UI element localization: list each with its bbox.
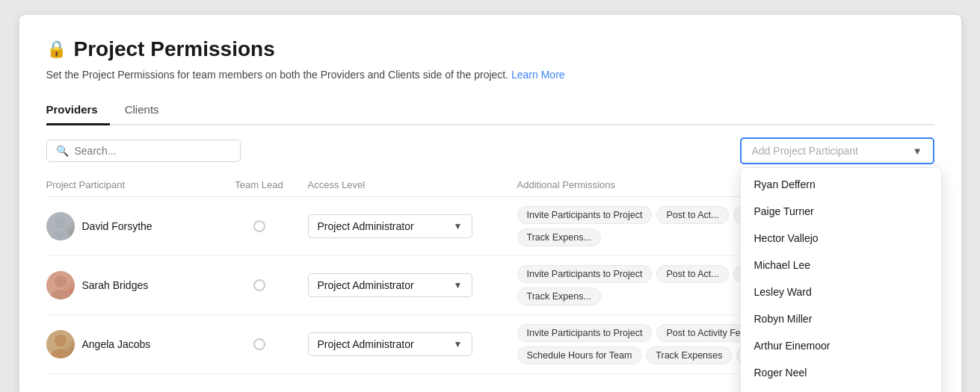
team-lead-radio-sarah[interactable] — [253, 279, 265, 291]
page-title-row: 🔒 Project Permissions — [46, 37, 934, 61]
tab-providers[interactable]: Providers — [46, 97, 110, 125]
permission-tag: Post to Act... — [656, 265, 728, 283]
col-access-level: Access Level — [308, 179, 517, 190]
chevron-down-icon: ▼ — [454, 339, 463, 349]
svg-point-0 — [55, 217, 67, 228]
dropdown-item-8[interactable]: Julia Sandoval — [741, 386, 941, 392]
svg-point-2 — [55, 276, 67, 287]
access-cell-david: Project Administrator ▼ — [308, 214, 517, 238]
access-select-angela[interactable]: Project Administrator ▼ — [308, 332, 472, 356]
access-cell-sarah: Project Administrator ▼ — [308, 273, 517, 297]
page-title: Project Permissions — [74, 37, 275, 61]
dropdown-item-6[interactable]: Arthur Einemoor — [741, 332, 941, 359]
access-select-sarah[interactable]: Project Administrator ▼ — [308, 273, 472, 297]
participant-dropdown-wrap: Add Project Participant ▼ Ryan Deffern P… — [740, 137, 934, 164]
chevron-down-icon: ▼ — [913, 146, 922, 157]
lock-icon: 🔒 — [46, 40, 67, 59]
tabs-row: Providers Clients — [46, 96, 934, 125]
access-value-sarah: Project Administrator — [318, 279, 414, 291]
avatar-sarah — [46, 271, 75, 299]
access-value-angela: Project Administrator — [318, 338, 414, 350]
permission-tag: Post to Act... — [656, 206, 728, 224]
avatar-angela — [46, 330, 75, 358]
permission-tag: Invite Participants to Project — [517, 206, 653, 224]
participant-dropdown-menu: Ryan Deffern Paige Turner Hector Vallejo… — [740, 167, 942, 392]
dropdown-item-4[interactable]: Lesley Ward — [741, 279, 941, 305]
permission-tag: Track Expenses — [646, 346, 732, 364]
svg-point-3 — [51, 290, 70, 299]
avatar-david — [46, 212, 75, 240]
access-cell-angela: Project Administrator ▼ — [308, 332, 517, 356]
search-input[interactable] — [75, 145, 231, 157]
access-select-david[interactable]: Project Administrator ▼ — [308, 214, 472, 238]
dropdown-item-3[interactable]: Michael Lee — [741, 252, 941, 279]
subtitle: Set the Project Permissions for team mem… — [46, 69, 934, 81]
participant-name-david: David Forsythe — [82, 220, 152, 232]
chevron-down-icon: ▼ — [454, 221, 463, 231]
dropdown-item-7[interactable]: Roger Neel — [741, 359, 941, 386]
permission-tag: Invite Participants to Project — [517, 324, 653, 342]
add-participant-label: Add Project Participant — [752, 145, 858, 157]
dropdown-item-5[interactable]: Robyn Miller — [741, 305, 941, 332]
access-value-david: Project Administrator — [318, 220, 414, 232]
team-lead-cell-angela — [211, 338, 308, 350]
main-card: 🔒 Project Permissions Set the Project Pe… — [19, 15, 961, 392]
dropdown-item-2[interactable]: Hector Vallejo — [741, 225, 941, 252]
add-participant-button[interactable]: Add Project Participant ▼ — [740, 137, 934, 164]
learn-more-link[interactable]: Learn More — [511, 69, 565, 81]
team-lead-cell-sarah — [211, 279, 308, 291]
dropdown-item-0[interactable]: Ryan Deffern — [741, 171, 941, 198]
participant-cell-angela: Angela Jacobs — [46, 330, 211, 358]
participant-name-sarah: Sarah Bridges — [82, 279, 149, 291]
svg-point-5 — [51, 349, 70, 358]
team-lead-radio-angela[interactable] — [253, 338, 265, 350]
dropdown-item-1[interactable]: Paige Turner — [741, 198, 941, 225]
participant-cell-sarah: Sarah Bridges — [46, 271, 211, 299]
chevron-down-icon: ▼ — [454, 280, 463, 290]
search-wrap: 🔍 — [46, 140, 241, 162]
search-icon: 🔍 — [56, 145, 69, 157]
tab-clients[interactable]: Clients — [125, 97, 171, 125]
permission-tag: Schedule Hours for Team — [517, 346, 642, 364]
team-lead-radio-david[interactable] — [253, 220, 265, 232]
svg-point-1 — [51, 231, 70, 240]
col-team-lead: Team Lead — [211, 179, 308, 190]
team-lead-cell-david — [211, 220, 308, 232]
col-participant: Project Participant — [46, 179, 211, 190]
toolbar: 🔍 Add Project Participant ▼ Ryan Deffern… — [46, 137, 934, 164]
participant-name-angela: Angela Jacobs — [82, 338, 151, 350]
permission-tag: Track Expens... — [517, 228, 601, 246]
permission-tag: Invite Participants to Project — [517, 265, 653, 283]
svg-point-4 — [55, 335, 67, 346]
permission-tag: Track Expens... — [517, 287, 601, 305]
participant-cell-david: David Forsythe — [46, 212, 211, 240]
